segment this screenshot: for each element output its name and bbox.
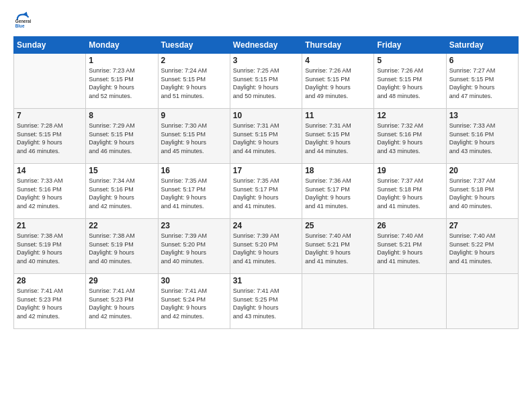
- calendar-cell: 14Sunrise: 7:33 AM Sunset: 5:16 PM Dayli…: [14, 164, 86, 219]
- day-number: 23: [161, 221, 227, 230]
- calendar-cell: 6Sunrise: 7:27 AM Sunset: 5:15 PM Daylig…: [446, 54, 518, 109]
- day-number: 10: [233, 111, 299, 120]
- calendar-cell: 21Sunrise: 7:38 AM Sunset: 5:19 PM Dayli…: [14, 219, 86, 274]
- day-info: Sunrise: 7:30 AM Sunset: 5:15 PM Dayligh…: [161, 122, 227, 155]
- calendar-cell: 12Sunrise: 7:32 AM Sunset: 5:16 PM Dayli…: [374, 109, 446, 164]
- day-number: 15: [89, 166, 154, 175]
- logo: General Blue: [13, 11, 32, 30]
- calendar-cell: 9Sunrise: 7:30 AM Sunset: 5:15 PM Daylig…: [158, 109, 230, 164]
- calendar-cell: 4Sunrise: 7:26 AM Sunset: 5:15 PM Daylig…: [302, 54, 374, 109]
- calendar-cell: 31Sunrise: 7:41 AM Sunset: 5:25 PM Dayli…: [230, 274, 302, 329]
- calendar-week-row: 1Sunrise: 7:23 AM Sunset: 5:15 PM Daylig…: [14, 54, 519, 109]
- day-info: Sunrise: 7:37 AM Sunset: 5:18 PM Dayligh…: [377, 177, 443, 210]
- calendar-cell: 25Sunrise: 7:40 AM Sunset: 5:21 PM Dayli…: [302, 219, 374, 274]
- day-info: Sunrise: 7:32 AM Sunset: 5:16 PM Dayligh…: [377, 122, 443, 155]
- calendar-cell: 11Sunrise: 7:31 AM Sunset: 5:15 PM Dayli…: [302, 109, 374, 164]
- day-info: Sunrise: 7:35 AM Sunset: 5:17 PM Dayligh…: [233, 177, 299, 210]
- day-number: 11: [305, 111, 371, 120]
- day-info: Sunrise: 7:35 AM Sunset: 5:17 PM Dayligh…: [161, 177, 227, 210]
- day-info: Sunrise: 7:36 AM Sunset: 5:17 PM Dayligh…: [305, 177, 371, 210]
- day-number: 1: [89, 56, 154, 65]
- weekday-header-row: SundayMondayTuesdayWednesdayThursdayFrid…: [14, 37, 519, 54]
- day-number: 30: [161, 276, 227, 285]
- day-info: Sunrise: 7:29 AM Sunset: 5:15 PM Dayligh…: [89, 122, 154, 155]
- day-number: 20: [449, 166, 515, 175]
- calendar-cell: 5Sunrise: 7:26 AM Sunset: 5:15 PM Daylig…: [374, 54, 446, 109]
- calendar-cell: 8Sunrise: 7:29 AM Sunset: 5:15 PM Daylig…: [86, 109, 158, 164]
- day-info: Sunrise: 7:26 AM Sunset: 5:15 PM Dayligh…: [305, 66, 371, 100]
- day-info: Sunrise: 7:41 AM Sunset: 5:24 PM Dayligh…: [161, 287, 227, 320]
- calendar-cell: 20Sunrise: 7:37 AM Sunset: 5:18 PM Dayli…: [446, 164, 518, 219]
- day-info: Sunrise: 7:37 AM Sunset: 5:18 PM Dayligh…: [449, 177, 515, 210]
- day-info: Sunrise: 7:25 AM Sunset: 5:15 PM Dayligh…: [233, 66, 299, 100]
- day-number: 8: [89, 111, 154, 120]
- calendar-cell: 18Sunrise: 7:36 AM Sunset: 5:17 PM Dayli…: [302, 164, 374, 219]
- day-info: Sunrise: 7:40 AM Sunset: 5:21 PM Dayligh…: [305, 232, 371, 265]
- day-info: Sunrise: 7:33 AM Sunset: 5:16 PM Dayligh…: [17, 177, 83, 210]
- header: General Blue: [13, 11, 519, 30]
- day-number: 21: [17, 221, 83, 230]
- calendar-cell: [14, 54, 86, 109]
- calendar-cell: [302, 274, 374, 329]
- calendar-cell: 3Sunrise: 7:25 AM Sunset: 5:15 PM Daylig…: [230, 54, 302, 109]
- day-number: 24: [233, 221, 299, 230]
- day-number: 25: [305, 221, 371, 230]
- weekday-header: Monday: [86, 37, 158, 54]
- day-number: 5: [377, 56, 443, 65]
- day-info: Sunrise: 7:41 AM Sunset: 5:25 PM Dayligh…: [233, 287, 299, 320]
- day-number: 9: [161, 111, 227, 120]
- calendar-cell: 27Sunrise: 7:40 AM Sunset: 5:22 PM Dayli…: [446, 219, 518, 274]
- weekday-header: Friday: [374, 37, 446, 54]
- day-number: 19: [377, 166, 443, 175]
- weekday-header: Tuesday: [158, 37, 230, 54]
- day-info: Sunrise: 7:39 AM Sunset: 5:20 PM Dayligh…: [233, 232, 299, 265]
- day-number: 4: [305, 56, 371, 65]
- calendar-cell: 23Sunrise: 7:39 AM Sunset: 5:20 PM Dayli…: [158, 219, 230, 274]
- day-number: 17: [233, 166, 299, 175]
- day-number: 12: [377, 111, 443, 120]
- day-info: Sunrise: 7:31 AM Sunset: 5:15 PM Dayligh…: [305, 122, 371, 155]
- day-number: 31: [233, 276, 299, 285]
- day-info: Sunrise: 7:39 AM Sunset: 5:20 PM Dayligh…: [161, 232, 227, 265]
- day-number: 16: [161, 166, 227, 175]
- calendar-week-row: 7Sunrise: 7:28 AM Sunset: 5:15 PM Daylig…: [14, 109, 519, 164]
- calendar-cell: [446, 274, 518, 329]
- day-info: Sunrise: 7:40 AM Sunset: 5:22 PM Dayligh…: [449, 232, 515, 265]
- svg-text:General: General: [15, 19, 32, 24]
- calendar-cell: 2Sunrise: 7:24 AM Sunset: 5:15 PM Daylig…: [158, 54, 230, 109]
- day-info: Sunrise: 7:23 AM Sunset: 5:15 PM Dayligh…: [89, 66, 154, 100]
- day-number: 28: [17, 276, 83, 285]
- day-number: 2: [161, 56, 227, 65]
- calendar-cell: 28Sunrise: 7:41 AM Sunset: 5:23 PM Dayli…: [14, 274, 86, 329]
- calendar-cell: 22Sunrise: 7:38 AM Sunset: 5:19 PM Dayli…: [86, 219, 158, 274]
- calendar-cell: 29Sunrise: 7:41 AM Sunset: 5:23 PM Dayli…: [86, 274, 158, 329]
- day-info: Sunrise: 7:28 AM Sunset: 5:15 PM Dayligh…: [17, 122, 83, 155]
- calendar-cell: 10Sunrise: 7:31 AM Sunset: 5:15 PM Dayli…: [230, 109, 302, 164]
- day-number: 27: [449, 221, 515, 230]
- calendar-cell: 30Sunrise: 7:41 AM Sunset: 5:24 PM Dayli…: [158, 274, 230, 329]
- weekday-header: Sunday: [14, 37, 86, 54]
- day-number: 14: [17, 166, 83, 175]
- logo-icon: General Blue: [13, 11, 32, 30]
- day-number: 6: [449, 56, 515, 65]
- day-info: Sunrise: 7:33 AM Sunset: 5:16 PM Dayligh…: [449, 122, 515, 155]
- calendar-week-row: 14Sunrise: 7:33 AM Sunset: 5:16 PM Dayli…: [14, 164, 519, 219]
- calendar-container: General Blue SundayMondayTuesdayWednesda…: [0, 0, 532, 411]
- day-number: 26: [377, 221, 443, 230]
- calendar-cell: 17Sunrise: 7:35 AM Sunset: 5:17 PM Dayli…: [230, 164, 302, 219]
- day-info: Sunrise: 7:34 AM Sunset: 5:16 PM Dayligh…: [89, 177, 154, 210]
- weekday-header: Thursday: [302, 37, 374, 54]
- day-info: Sunrise: 7:27 AM Sunset: 5:15 PM Dayligh…: [449, 66, 515, 100]
- calendar-cell: 19Sunrise: 7:37 AM Sunset: 5:18 PM Dayli…: [374, 164, 446, 219]
- calendar-cell: 1Sunrise: 7:23 AM Sunset: 5:15 PM Daylig…: [86, 54, 158, 109]
- calendar-cell: 24Sunrise: 7:39 AM Sunset: 5:20 PM Dayli…: [230, 219, 302, 274]
- day-number: 3: [233, 56, 299, 65]
- day-info: Sunrise: 7:31 AM Sunset: 5:15 PM Dayligh…: [233, 122, 299, 155]
- day-number: 18: [305, 166, 371, 175]
- calendar-cell: 26Sunrise: 7:40 AM Sunset: 5:21 PM Dayli…: [374, 219, 446, 274]
- day-info: Sunrise: 7:41 AM Sunset: 5:23 PM Dayligh…: [17, 287, 83, 320]
- day-info: Sunrise: 7:38 AM Sunset: 5:19 PM Dayligh…: [89, 232, 154, 265]
- calendar-week-row: 21Sunrise: 7:38 AM Sunset: 5:19 PM Dayli…: [14, 219, 519, 274]
- day-info: Sunrise: 7:26 AM Sunset: 5:15 PM Dayligh…: [377, 66, 443, 100]
- day-info: Sunrise: 7:38 AM Sunset: 5:19 PM Dayligh…: [17, 232, 83, 265]
